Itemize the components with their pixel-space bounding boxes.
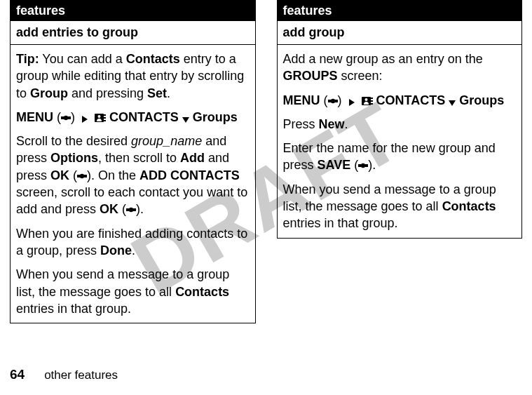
right-column: features add group Add a new group as an… (277, 0, 523, 239)
svg-point-24 (364, 98, 367, 101)
text: You can add a (39, 52, 126, 66)
text: screen: (338, 69, 383, 83)
phonebook-icon (362, 96, 373, 106)
svg-rect-5 (104, 114, 106, 116)
menu-word: MENU (16, 110, 53, 124)
right-p4: When you send a message to a group list,… (283, 181, 517, 232)
svg-point-8 (98, 115, 101, 118)
left-body: Tip: You can add a Contacts entry to a g… (11, 45, 255, 323)
left-p4: When you send a message to a group list,… (16, 266, 250, 317)
left-p2: Scroll to the desired group_name and pre… (16, 133, 250, 217)
svg-point-15 (129, 208, 133, 212)
text: . (167, 86, 170, 100)
ok-word: OK (100, 202, 118, 216)
group-name: group_name (131, 134, 202, 148)
text: , then scroll to (98, 151, 180, 165)
tip-label: Tip: (16, 52, 39, 66)
down-arrow-icon (182, 117, 189, 123)
svg-rect-16 (328, 100, 331, 102)
down-arrow-icon (449, 100, 456, 106)
svg-marker-25 (449, 100, 456, 106)
right-title: add group (278, 21, 522, 45)
svg-marker-9 (182, 117, 189, 123)
left-column: features add entries to group Tip: You c… (10, 0, 256, 323)
contacts-word: Contacts (442, 199, 496, 213)
footer-label: other features (44, 368, 118, 382)
add-word: Add (180, 151, 205, 165)
set-word: Set (147, 86, 167, 100)
center-key-icon (126, 205, 136, 215)
svg-point-12 (80, 174, 84, 178)
left-header: features (11, 1, 255, 21)
svg-rect-27 (365, 164, 368, 167)
left-menu-path: MENU () CONTACTS Groups (16, 109, 250, 126)
svg-marker-3 (82, 116, 88, 123)
text: Scroll to the desired (16, 134, 131, 148)
footer: 64other features (10, 367, 118, 382)
groups-menu: Groups (193, 110, 238, 124)
svg-rect-10 (77, 175, 80, 178)
svg-rect-11 (84, 175, 87, 178)
page-number: 64 (10, 367, 25, 382)
svg-rect-14 (133, 208, 136, 211)
svg-rect-1 (68, 116, 71, 119)
options-word: Options (50, 151, 98, 165)
center-key-icon (77, 171, 87, 181)
contacts-word: Contacts (126, 52, 180, 66)
text: Add a new group as an entry on the (283, 52, 483, 66)
right-p3: Enter the name for the new group and pre… (283, 140, 517, 174)
text: and pressing (68, 86, 147, 100)
svg-rect-21 (371, 98, 373, 99)
right-p2: Press New. (283, 116, 517, 133)
left-p3: When you are finished adding contacts to… (16, 225, 250, 260)
done-word: Done (100, 243, 132, 257)
svg-point-28 (361, 163, 365, 168)
text: . (132, 243, 135, 257)
text: . (140, 202, 144, 216)
right-arrow-icon (349, 99, 355, 106)
save-word: SAVE (318, 158, 351, 172)
center-key-icon (61, 113, 71, 123)
groups-menu: Groups (459, 93, 504, 107)
svg-marker-19 (349, 99, 355, 106)
contacts-menu: CONTACTS (109, 110, 179, 124)
text: . On the (91, 168, 139, 182)
group-word: Group (30, 86, 68, 100)
text: . (372, 158, 376, 172)
center-key-icon (358, 161, 368, 170)
svg-point-18 (330, 98, 334, 102)
right-arrow-icon (82, 116, 88, 123)
svg-rect-23 (371, 103, 373, 105)
right-menu-path: MENU () CONTACTS Groups (283, 92, 517, 109)
content-columns: features add entries to group Tip: You c… (0, 0, 532, 323)
right-body: Add a new group as an entry on the GROUP… (278, 45, 522, 238)
svg-rect-6 (104, 117, 106, 119)
contacts-word: Contacts (175, 285, 229, 299)
groups-word: GROUPS (283, 69, 338, 83)
right-header: features (278, 1, 522, 21)
svg-rect-7 (104, 120, 106, 121)
svg-rect-26 (358, 164, 361, 167)
add-contacts-word: ADD CONTACTS (139, 168, 240, 182)
svg-rect-13 (126, 208, 129, 211)
phonebook-icon (95, 113, 106, 123)
svg-rect-22 (371, 100, 373, 102)
center-key-icon (328, 96, 338, 106)
ok-word: OK (50, 168, 69, 182)
text: Press (283, 117, 319, 131)
svg-rect-17 (335, 100, 338, 102)
contacts-menu: CONTACTS (376, 93, 446, 107)
text: . (345, 117, 348, 131)
text: entries in that group. (283, 216, 398, 230)
left-tip-paragraph: Tip: You can add a Contacts entry to a g… (16, 51, 250, 102)
svg-rect-0 (61, 116, 64, 119)
left-title: add entries to group (11, 21, 255, 45)
text: entries in that group. (16, 302, 131, 316)
right-p1: Add a new group as an entry on the GROUP… (283, 51, 517, 85)
menu-word: MENU (283, 93, 320, 107)
text: Enter the name for the new group and pre… (283, 141, 496, 172)
svg-point-2 (64, 116, 68, 120)
new-word: New (319, 117, 345, 131)
